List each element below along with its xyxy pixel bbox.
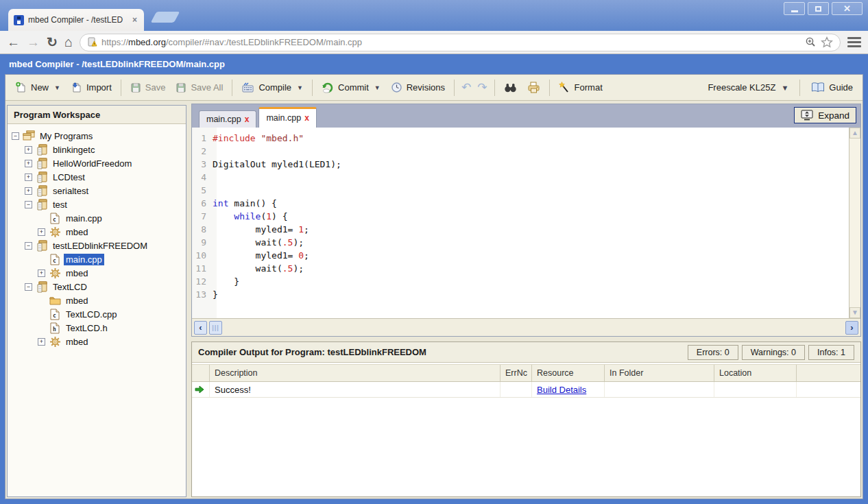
tree-item-mbed[interactable]: +mbed bbox=[8, 266, 186, 280]
address-bar[interactable]: https://mbed.org/compiler/#nav:/testLEDb… bbox=[80, 34, 841, 51]
code-line: 1#include "mbed.h" bbox=[192, 132, 860, 145]
collapse-minus-icon[interactable]: − bbox=[25, 283, 32, 291]
column-header-blank[interactable] bbox=[797, 365, 860, 381]
tree-item-label: mbed bbox=[64, 295, 91, 307]
scroll-left-icon[interactable]: ‹ bbox=[194, 321, 207, 335]
close-window-button[interactable]: ✕ bbox=[832, 2, 863, 15]
save-all-button[interactable]: Save All bbox=[171, 80, 227, 96]
format-button[interactable]: Format bbox=[555, 79, 607, 96]
close-tab-icon[interactable]: x bbox=[245, 115, 250, 124]
tree-item-textlcd[interactable]: −TextLCD bbox=[8, 280, 186, 293]
tree-item-test[interactable]: −test bbox=[8, 197, 186, 211]
tree-item-textlcd-h[interactable]: hTextLCD.h bbox=[8, 321, 186, 335]
column-header-description[interactable]: Description bbox=[210, 365, 501, 381]
column-header-in-folder[interactable]: In Folder bbox=[605, 365, 714, 381]
revisions-button[interactable]: Revisions bbox=[387, 79, 449, 96]
expand-plus-icon[interactable]: + bbox=[38, 269, 45, 277]
horizontal-scrollbar[interactable]: ‹ ||| › bbox=[192, 318, 860, 336]
tree-item-testledblinkfreedom[interactable]: −testLEDblinkFREEDOM bbox=[8, 239, 186, 252]
minimize-button[interactable] bbox=[784, 2, 805, 15]
commit-button-label: Commit bbox=[338, 82, 369, 93]
tree-item-textlcd-cpp[interactable]: cTextLCD.cpp bbox=[8, 307, 186, 321]
redo-icon[interactable]: ↷ bbox=[475, 82, 489, 93]
chevron-down-icon: ▼ bbox=[374, 84, 381, 91]
scroll-up-icon[interactable]: ▲ bbox=[849, 128, 860, 139]
browser-tab[interactable]: mbed Compiler - /testLED × bbox=[8, 9, 144, 31]
line-number: 12 bbox=[192, 275, 213, 288]
success-arrow-icon bbox=[195, 385, 204, 394]
revisions-button-label: Revisions bbox=[407, 82, 445, 93]
close-tab-icon[interactable]: × bbox=[131, 15, 138, 25]
expand-plus-icon[interactable]: + bbox=[25, 173, 32, 181]
expand-button[interactable]: Expand bbox=[794, 107, 856, 123]
tree-item-main-cpp[interactable]: cmain.cpp bbox=[8, 211, 186, 225]
tree-item-mbed[interactable]: mbed bbox=[8, 293, 186, 307]
editor-tab-active[interactable]: main.cppx bbox=[258, 107, 316, 128]
find-button[interactable] bbox=[500, 80, 521, 96]
device-selector[interactable]: Freescale KL25Z ▼ bbox=[703, 80, 793, 95]
tree-item-label: My Programs bbox=[38, 130, 95, 142]
line-number: 7 bbox=[192, 210, 213, 223]
back-button[interactable]: ← bbox=[7, 36, 20, 49]
compiler-output-title: Compiler Output for Program: testLEDblin… bbox=[198, 347, 426, 357]
column-header-location[interactable]: Location bbox=[714, 365, 797, 381]
expand-plus-icon[interactable]: + bbox=[25, 160, 32, 167]
expand-plus-icon[interactable]: + bbox=[25, 146, 32, 154]
status-badge-infos[interactable]: Infos: 1 bbox=[808, 345, 854, 360]
compile-button[interactable]: Compile ▼ bbox=[237, 79, 307, 96]
expand-plus-icon[interactable]: + bbox=[38, 228, 45, 236]
tree-item-label: main.cpp bbox=[64, 213, 104, 224]
expand-plus-icon[interactable]: + bbox=[38, 338, 45, 346]
column-header-errnc[interactable]: ErrNc bbox=[501, 365, 532, 381]
editor-tabbar: main.cppxmain.cppx Expand bbox=[192, 104, 860, 128]
scrollbar-grip[interactable]: ||| bbox=[209, 321, 222, 335]
undo-icon[interactable]: ↶ bbox=[459, 82, 473, 93]
tree-item-blinkingetc[interactable]: +blinkingetc bbox=[8, 143, 186, 156]
status-badge-errors[interactable]: Errors: 0 bbox=[688, 345, 738, 360]
column-header-resource[interactable]: Resource bbox=[532, 365, 605, 381]
program-icon bbox=[36, 144, 48, 156]
h-file-icon: h bbox=[50, 322, 60, 334]
tree-item-mbed[interactable]: +mbed bbox=[8, 225, 186, 239]
tree-item-main-cpp[interactable]: cmain.cpp bbox=[8, 252, 186, 266]
tree-item-lcdtest[interactable]: +LCDtest bbox=[8, 170, 186, 184]
tree-item-label: testLEDblinkFREEDOM bbox=[51, 240, 149, 252]
home-button[interactable]: ⌂ bbox=[64, 34, 73, 50]
save-button[interactable]: Save bbox=[126, 80, 170, 96]
editor-tab[interactable]: main.cppx bbox=[199, 110, 256, 128]
column-header-blank[interactable] bbox=[192, 365, 210, 381]
my-programs-icon bbox=[23, 130, 35, 141]
tree-item-my-programs[interactable]: −My Programs bbox=[8, 129, 186, 143]
collapse-minus-icon[interactable]: − bbox=[12, 132, 19, 140]
vertical-scrollbar[interactable]: ▲ ▼ bbox=[849, 128, 860, 318]
expand-plus-icon[interactable]: + bbox=[25, 187, 32, 195]
svg-text:h: h bbox=[53, 326, 56, 333]
build-details-link[interactable]: Build Details bbox=[537, 385, 586, 395]
browser-menu-icon[interactable] bbox=[847, 37, 861, 47]
tree-item-helloworldfreedom[interactable]: +HelloWorldFreedom bbox=[8, 156, 186, 170]
scroll-right-icon[interactable]: › bbox=[845, 321, 858, 335]
workspace-header: Program Workspace bbox=[8, 106, 186, 124]
scroll-down-icon[interactable]: ▼ bbox=[849, 307, 860, 318]
close-tab-icon[interactable]: x bbox=[304, 113, 309, 123]
collapse-minus-icon[interactable]: − bbox=[25, 201, 32, 208]
collapse-minus-icon[interactable]: − bbox=[25, 242, 32, 250]
maximize-button[interactable] bbox=[808, 2, 829, 15]
save-all-button-label: Save All bbox=[191, 82, 223, 93]
output-row[interactable]: Success!Build Details bbox=[192, 382, 860, 398]
reload-button[interactable]: ↻ bbox=[47, 36, 58, 49]
print-button[interactable] bbox=[523, 79, 544, 96]
bookmark-star-icon[interactable] bbox=[821, 36, 833, 48]
forward-button[interactable]: → bbox=[27, 36, 40, 49]
page-security-icon[interactable] bbox=[87, 37, 97, 47]
code-editor[interactable]: 1#include "mbed.h"23DigitalOut myled1(LE… bbox=[192, 128, 860, 318]
guide-button[interactable]: Guide bbox=[807, 80, 857, 95]
new-button[interactable]: New ▼ bbox=[11, 79, 64, 96]
tree-item-serialtest[interactable]: +serialtest bbox=[8, 184, 186, 197]
status-badge-warnings[interactable]: Warnings: 0 bbox=[742, 345, 805, 360]
commit-button[interactable]: Commit ▼ bbox=[317, 79, 385, 96]
import-button[interactable]: Import bbox=[67, 79, 116, 96]
tree-item-mbed[interactable]: +mbed bbox=[8, 335, 186, 348]
zoom-icon[interactable] bbox=[805, 36, 817, 48]
new-tab-button[interactable] bbox=[151, 12, 180, 23]
